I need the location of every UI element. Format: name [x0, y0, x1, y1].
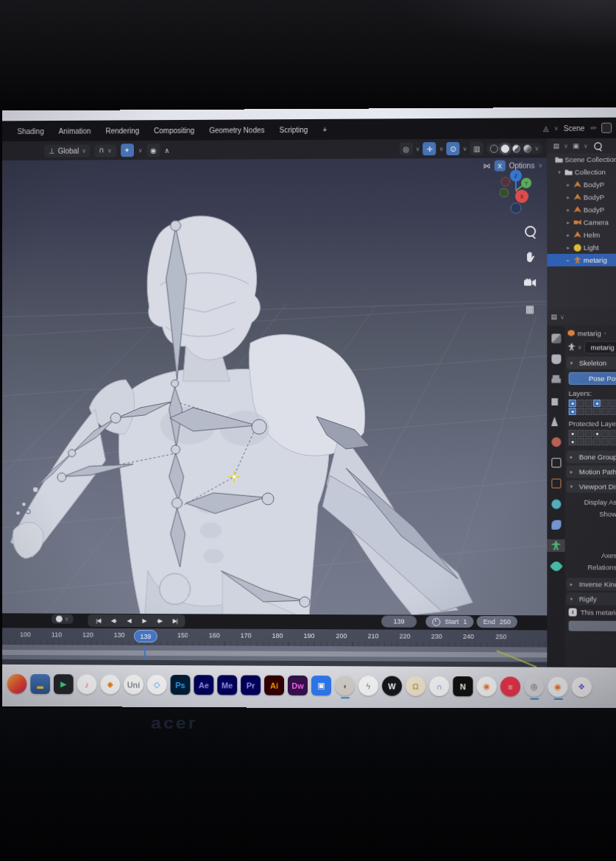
snap-dropdown[interactable]: ∪ ∨ — [95, 144, 116, 157]
dock-app-icon[interactable]: ▂ — [30, 674, 50, 694]
protected-layer-toggle[interactable] — [585, 438, 592, 445]
dock-item[interactable]: N — [453, 676, 472, 699]
breadcrumb-object[interactable]: metarig — [578, 329, 601, 337]
dock-app-icon[interactable]: Uni — [124, 675, 144, 695]
editor-type-icon[interactable]: ▤ — [550, 313, 557, 320]
falloff-icon[interactable]: ∧ — [164, 146, 169, 154]
current-frame-field[interactable]: 139 — [381, 615, 417, 627]
skeleton-panel-header[interactable]: ▾ Skeleton — [567, 356, 616, 369]
workspace-tab[interactable]: Scripting — [273, 123, 315, 135]
gizmos-toggle[interactable]: ✛ — [423, 142, 436, 155]
dock-app-icon[interactable] — [7, 674, 27, 694]
dock-item[interactable]: Uni — [124, 675, 144, 698]
layer-toggle[interactable] — [569, 408, 576, 415]
expand-arrow-icon[interactable]: ▸ — [565, 232, 572, 238]
material-shading-button[interactable] — [512, 144, 520, 152]
3d-viewport[interactable]: ⋈ X Options ∨ — [2, 157, 548, 615]
properties-tab[interactable] — [547, 332, 564, 344]
workspace-tab[interactable]: Animation — [52, 124, 98, 137]
dock-item[interactable] — [7, 674, 27, 697]
layer-toggle[interactable] — [601, 408, 609, 415]
properties-tab[interactable] — [547, 477, 564, 489]
view-layer-icon[interactable] — [601, 123, 612, 133]
orthographic-grid-tool[interactable]: ▦ — [522, 300, 538, 316]
xray-toggle[interactable]: ▥ — [470, 142, 484, 155]
dock-app-icon[interactable]: W — [382, 676, 402, 696]
dock-item[interactable]: Me — [217, 675, 237, 698]
layer-toggle[interactable] — [585, 400, 592, 407]
properties-tab[interactable] — [547, 498, 564, 511]
rigify-generate-button[interactable] — [569, 620, 616, 631]
dock-app-icon[interactable]: Pr — [241, 676, 261, 695]
transport-button[interactable]: ◀ — [121, 616, 136, 626]
frame-ruler[interactable]: 139 100 110 120 130 150 160 170 — [2, 628, 548, 647]
dock-item[interactable]: Ps — [171, 675, 191, 698]
dock-app-icon[interactable]: Ω — [406, 676, 425, 696]
properties-tab[interactable] — [547, 560, 564, 573]
dock-app-icon[interactable]: ◉ — [477, 676, 497, 696]
layer-toggle[interactable] — [593, 400, 601, 407]
properties-tab[interactable] — [547, 415, 564, 428]
dock-item[interactable]: ◉ — [477, 676, 497, 699]
protected-layer-toggle[interactable] — [609, 438, 616, 445]
pose-position-button[interactable]: Pose Position — [569, 372, 616, 385]
dock-item[interactable]: ◖ — [335, 676, 355, 698]
dock-app-icon[interactable]: ♪ — [77, 674, 97, 694]
protected-layer-toggle[interactable] — [577, 430, 584, 437]
layer-toggle[interactable] — [577, 400, 584, 407]
display-mode-icon[interactable]: ▣ — [573, 142, 579, 149]
outliner-row[interactable]: ▸ metarig — [547, 254, 616, 266]
properties-tab[interactable] — [547, 539, 564, 552]
workspace-tab[interactable]: Geometry Nodes — [202, 124, 271, 136]
properties-tab[interactable] — [547, 519, 564, 531]
chevron-down-icon[interactable]: ∨ — [534, 145, 539, 152]
outliner-row[interactable]: ▾ Collection — [547, 166, 616, 179]
rendered-shading-button[interactable] — [523, 144, 531, 152]
dock-item[interactable]: ♪ — [77, 674, 97, 697]
transport-button[interactable]: |◀ — [91, 616, 105, 626]
expand-arrow-icon[interactable]: ▸ — [565, 207, 572, 213]
rigify-panel-header[interactable]: ▾ Rigify — [567, 592, 616, 606]
transport-button[interactable]: ▶ — [137, 616, 152, 626]
dock-app-icon[interactable]: ▶ — [54, 674, 74, 694]
dock-item[interactable]: ▶ — [54, 674, 74, 697]
transport-button[interactable]: ▶| — [168, 616, 183, 626]
workspace-tab[interactable]: + — [316, 123, 333, 135]
filter-icon[interactable]: ▤ — [553, 142, 559, 149]
dock-app-icon[interactable]: ∩ — [429, 676, 449, 696]
expand-arrow-icon[interactable]: ▸ — [565, 194, 572, 200]
chevron-down-icon[interactable]: ∨ — [578, 344, 582, 350]
properties-tab[interactable] — [547, 436, 564, 448]
layer-toggle[interactable] — [601, 400, 609, 407]
outliner-row[interactable]: Scene Collection — [547, 153, 616, 166]
chevron-down-icon[interactable]: ∨ — [554, 125, 559, 132]
dock-item[interactable]: Ae — [194, 675, 213, 698]
dock-item[interactable]: ▣ — [311, 676, 331, 698]
protected-layer-toggle[interactable] — [585, 430, 592, 437]
dock-item[interactable]: ◆ — [100, 675, 120, 698]
workspace-tab[interactable]: Rendering — [99, 124, 146, 137]
expand-arrow-icon[interactable]: ▾ — [556, 169, 562, 175]
overlays-toggle[interactable]: ⊙ — [447, 142, 460, 155]
pivot-point-dropdown[interactable]: ◎ — [400, 142, 413, 155]
current-frame-badge[interactable]: 139 — [134, 630, 157, 642]
chevron-down-icon[interactable]: ∨ — [138, 147, 143, 154]
dock-app-icon[interactable]: Ps — [171, 675, 191, 695]
protected-layer-toggle[interactable] — [569, 438, 576, 445]
frame-end-field[interactable]: End 250 — [477, 616, 517, 628]
workspace-tab[interactable]: Compositing — [147, 124, 201, 136]
layer-toggle[interactable] — [569, 400, 576, 407]
dock-item[interactable]: Ai — [264, 676, 284, 698]
dock-item[interactable]: ▂ — [30, 674, 50, 697]
dock-app-icon[interactable]: Ae — [194, 675, 213, 695]
properties-tab[interactable] — [547, 374, 564, 386]
zoom-tool[interactable] — [522, 223, 538, 239]
search-icon[interactable] — [594, 142, 602, 150]
scene-selector[interactable]: Scene — [564, 124, 585, 132]
navigation-gizmo[interactable]: Z Y X — [500, 169, 532, 219]
transport-button[interactable]: ◀• — [106, 616, 121, 626]
dock-item[interactable]: Pr — [241, 676, 261, 698]
chevron-down-icon[interactable]: ∨ — [65, 616, 69, 623]
outliner-row[interactable]: ▸ BodyP — [547, 178, 616, 191]
properties-tab[interactable] — [547, 456, 564, 469]
